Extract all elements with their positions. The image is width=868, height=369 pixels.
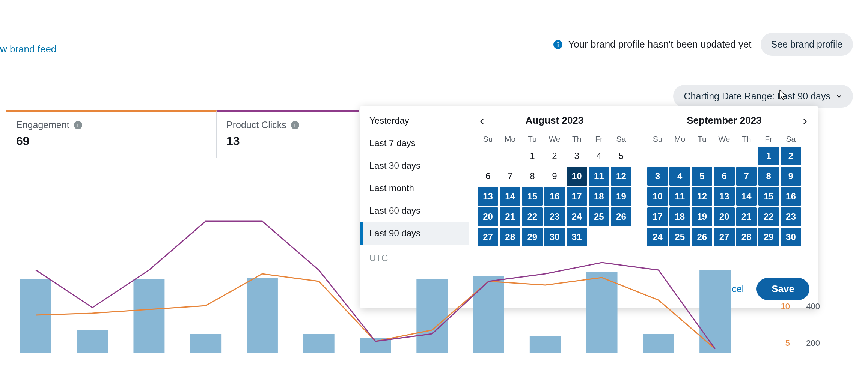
date-range-label: Charting Date Range: Last 90 days — [684, 91, 830, 102]
preset-yesterday[interactable]: Yesterday — [360, 110, 469, 132]
prev-month-button[interactable] — [476, 116, 488, 128]
chart-bar — [303, 334, 335, 352]
dow-label: Su — [478, 135, 498, 144]
metric-label: Engagement — [16, 120, 69, 130]
dow-label: Mo — [500, 135, 520, 144]
calendar-day[interactable]: 9 — [781, 167, 801, 186]
info-icon — [553, 40, 563, 50]
month-title: August 2023 — [478, 115, 631, 126]
svg-rect-1 — [558, 44, 559, 47]
chart-bar — [643, 334, 674, 352]
calendar-day[interactable]: 6 — [714, 167, 734, 186]
calendar-day[interactable]: 6 — [478, 167, 498, 186]
dow-label: Sa — [781, 135, 801, 144]
dow-label: We — [714, 135, 734, 144]
calendar-day[interactable]: 8 — [758, 167, 779, 186]
chart-bar — [20, 279, 51, 352]
chart-bar — [586, 272, 618, 352]
calendar-day[interactable]: 16 — [781, 187, 801, 206]
dow-label: Tu — [692, 135, 712, 144]
save-button[interactable]: Save — [756, 278, 809, 300]
dow-label: Mo — [669, 135, 690, 144]
chart-bar — [77, 330, 108, 352]
calendar-day[interactable]: 29 — [758, 228, 779, 246]
calendar-day[interactable]: 1 — [758, 147, 779, 165]
date-range-dropdown[interactable]: Charting Date Range: Last 90 days — [673, 85, 853, 108]
calendar-day[interactable]: 3 — [567, 147, 587, 165]
svg-point-2 — [558, 42, 559, 43]
metric-label: Product Clicks — [226, 120, 286, 130]
y-axis-orange: 10 5 — [781, 302, 790, 348]
chart-bar — [190, 334, 221, 352]
notice-bar: Your brand profile hasn't been updated y… — [553, 33, 853, 56]
dow-label: Fr — [758, 135, 779, 144]
calendar-day[interactable]: 30 — [781, 228, 801, 246]
notice-text: Your brand profile hasn't been updated y… — [568, 39, 751, 50]
dow-label: Fr — [589, 135, 609, 144]
metric-engagement[interactable]: Engagement i 69 — [6, 110, 217, 158]
metric-row: Engagement i 69 Product Clicks i 13 — [6, 111, 365, 158]
next-month-button[interactable] — [799, 116, 811, 128]
see-brand-profile-button[interactable]: See brand profile — [761, 33, 853, 56]
brand-profile-notice: Your brand profile hasn't been updated y… — [553, 39, 751, 50]
chart-bar — [699, 270, 731, 352]
month-title: September 2023 — [647, 115, 801, 126]
metric-value: 13 — [226, 134, 350, 148]
chart-bar — [247, 278, 278, 352]
chart-bar — [133, 279, 164, 352]
metric-product-clicks[interactable]: Product Clicks i 13 — [217, 110, 359, 158]
calendar-day[interactable]: 10 — [567, 167, 587, 186]
calendar-day[interactable]: 9 — [544, 167, 565, 186]
dow-label: Su — [647, 135, 668, 144]
calendar-day[interactable]: 2 — [781, 147, 801, 165]
dow-label: Th — [567, 135, 587, 144]
calendar-day[interactable]: 5 — [692, 167, 712, 186]
calendar-day[interactable]: 15 — [758, 187, 779, 206]
calendar-day[interactable]: 7 — [736, 167, 757, 186]
brand-feed-link[interactable]: w brand feed — [0, 44, 56, 55]
preset-last-30-days[interactable]: Last 30 days — [360, 154, 469, 177]
calendar-day[interactable]: 7 — [500, 167, 520, 186]
calendar-day[interactable]: 3 — [647, 167, 668, 186]
chevron-down-icon — [836, 93, 842, 100]
chart-bar — [473, 276, 504, 352]
dow-label: Tu — [522, 135, 542, 144]
chevron-right-icon — [801, 118, 809, 125]
chart-bar — [530, 336, 561, 352]
chevron-left-icon — [478, 118, 486, 125]
calendar-day[interactable]: 12 — [611, 167, 631, 186]
calendar-day[interactable]: 4 — [669, 167, 690, 186]
calendar-day[interactable]: 5 — [611, 147, 631, 165]
info-icon[interactable]: i — [291, 121, 299, 129]
y-axis-grey: 400 200 — [806, 302, 820, 348]
dow-label: Th — [736, 135, 757, 144]
calendar-day[interactable]: 23 — [781, 207, 801, 226]
chart-area — [0, 195, 751, 360]
calendar-day[interactable]: 2 — [544, 147, 565, 165]
metrics-chart — [0, 195, 751, 360]
calendar-day[interactable]: 4 — [589, 147, 609, 165]
preset-last-7-days[interactable]: Last 7 days — [360, 132, 469, 154]
calendar-day[interactable]: 8 — [522, 167, 542, 186]
chart-bar — [416, 279, 448, 352]
info-icon[interactable]: i — [74, 121, 82, 129]
calendar-day[interactable]: 11 — [589, 167, 609, 186]
dow-label: We — [544, 135, 565, 144]
metric-value: 69 — [16, 134, 206, 148]
dow-label: Sa — [611, 135, 631, 144]
calendar-day[interactable]: 1 — [522, 147, 542, 165]
calendar-day[interactable]: 22 — [758, 207, 779, 226]
